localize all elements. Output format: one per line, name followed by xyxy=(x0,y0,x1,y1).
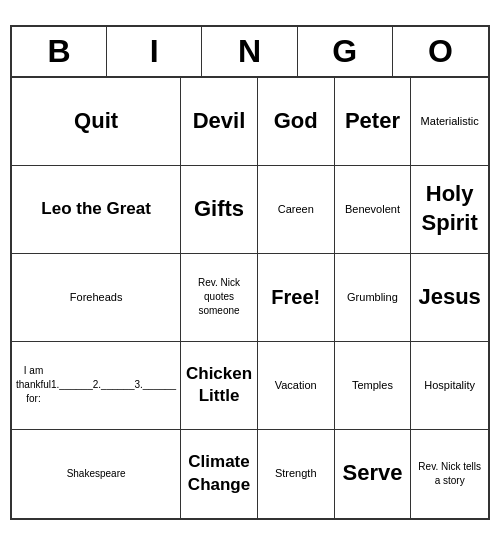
bingo-cell-19: Hospitality xyxy=(411,342,488,430)
bingo-cell-18: Temples xyxy=(335,342,412,430)
bingo-cell-1: Devil xyxy=(181,78,258,166)
bingo-header: BINGO xyxy=(12,27,488,78)
bingo-cell-6: Gifts xyxy=(181,166,258,254)
bingo-cell-11: Rev. Nick quotes someone xyxy=(181,254,258,342)
bingo-cell-4: Materialistic xyxy=(411,78,488,166)
header-letter-g: G xyxy=(298,27,393,76)
bingo-cell-7: Careen xyxy=(258,166,335,254)
bingo-grid: QuitDevilGodPeterMaterialisticLeo the Gr… xyxy=(12,78,488,518)
header-letter-o: O xyxy=(393,27,488,76)
bingo-cell-5: Leo the Great xyxy=(12,166,181,254)
bingo-cell-8: Benevolent xyxy=(335,166,412,254)
bingo-cell-21: Climate Change xyxy=(181,430,258,518)
bingo-cell-2: God xyxy=(258,78,335,166)
bingo-card: BINGO QuitDevilGodPeterMaterialisticLeo … xyxy=(10,25,490,520)
bingo-cell-9: Holy Spirit xyxy=(411,166,488,254)
bingo-cell-22: Strength xyxy=(258,430,335,518)
bingo-cell-12: Free! xyxy=(258,254,335,342)
bingo-cell-13: Grumbling xyxy=(335,254,412,342)
bingo-cell-14: Jesus xyxy=(411,254,488,342)
bingo-cell-0: Quit xyxy=(12,78,181,166)
bingo-cell-15: I am thankful for:1.______2.______3.____… xyxy=(12,342,181,430)
bingo-cell-20: Shakespeare xyxy=(12,430,181,518)
bingo-cell-16: Chicken Little xyxy=(181,342,258,430)
bingo-cell-24: Rev. Nick tells a story xyxy=(411,430,488,518)
header-letter-b: B xyxy=(12,27,107,76)
header-letter-n: N xyxy=(202,27,297,76)
bingo-cell-3: Peter xyxy=(335,78,412,166)
header-letter-i: I xyxy=(107,27,202,76)
bingo-cell-23: Serve xyxy=(335,430,412,518)
bingo-cell-10: Foreheads xyxy=(12,254,181,342)
bingo-cell-17: Vacation xyxy=(258,342,335,430)
